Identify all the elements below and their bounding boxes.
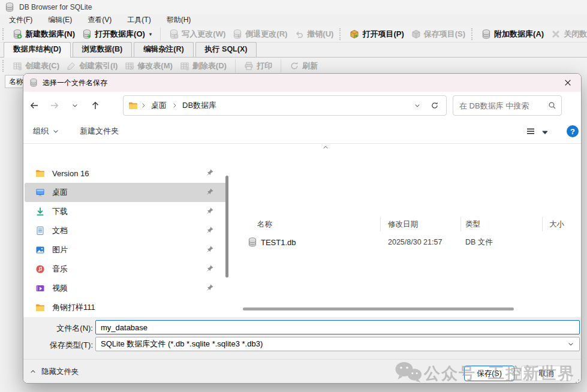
pin-icon[interactable] <box>206 226 214 234</box>
sidebar-item-label: 文档 <box>52 225 68 236</box>
tab-execute-sql[interactable]: 执行 SQL(X) <box>195 42 257 57</box>
revert-changes-button[interactable]: 倒退更改(R) <box>229 29 291 40</box>
chevron-down-icon <box>52 128 59 135</box>
database-file-icon <box>248 237 257 247</box>
chevron-right-icon <box>140 102 147 109</box>
tab-edit-pragmas[interactable]: 编辑杂注(R) <box>134 42 193 57</box>
menu-help[interactable]: 帮助(H) <box>160 14 198 26</box>
sidebar-item-label: 视频 <box>52 283 68 294</box>
dialog-close-button[interactable] <box>555 74 581 92</box>
pin-icon[interactable] <box>206 188 214 196</box>
view-mode-icon[interactable] <box>526 126 535 136</box>
address-bar[interactable]: 桌面 DB数据库 <box>123 95 447 116</box>
pin-icon[interactable] <box>206 168 214 177</box>
column-header-modified[interactable]: 修改日期 <box>388 219 418 230</box>
sidebar-item-label: 角钢打样111 <box>52 302 95 313</box>
sidebar-item-music[interactable]: 音乐 <box>25 260 228 279</box>
tab-browse-data[interactable]: 浏览数据(B) <box>73 42 132 57</box>
modify-table-icon <box>125 61 134 71</box>
menu-edit[interactable]: 编辑(E) <box>41 14 79 26</box>
revert-changes-label: 倒退更改(R) <box>245 29 287 40</box>
address-dropdown-icon[interactable] <box>414 102 421 109</box>
file-list-horizontal-scrollbar[interactable] <box>243 307 514 310</box>
refresh-icon[interactable] <box>431 101 439 110</box>
open-project-button[interactable]: 打开项目(P) <box>346 29 407 40</box>
tab-database-structure[interactable]: 数据库结构(D) <box>4 42 71 58</box>
open-database-button[interactable]: 打开数据库(O) ▾ <box>79 29 155 40</box>
pin-icon[interactable] <box>206 284 214 292</box>
write-changes-button[interactable]: 写入更改(W) <box>165 29 229 40</box>
file-modified: 2025/8/30 21:57 <box>388 238 442 246</box>
menu-file[interactable]: 文件(F) <box>2 14 39 26</box>
attach-database-button[interactable]: 附加数据库(A) <box>478 29 547 40</box>
close-database-button[interactable]: 关闭数据 <box>547 29 587 40</box>
print-label: 打印 <box>257 61 272 71</box>
create-index-button[interactable]: 创建索引(I) <box>63 61 121 71</box>
column-header-type[interactable]: 类型 <box>465 219 480 230</box>
file-row-test1[interactable]: TEST1.db 2025/8/30 21:57 DB 文件 <box>240 234 576 251</box>
dialog-nav <box>26 95 104 116</box>
column-separator[interactable] <box>460 217 461 231</box>
folder-icon <box>128 101 138 110</box>
video-icon <box>35 284 45 293</box>
undo-button[interactable]: 撤销(U) <box>291 29 337 40</box>
modify-table-button[interactable]: 修改表(M) <box>121 61 176 71</box>
organize-label: 组织 <box>33 126 49 137</box>
sidebar-item-downloads[interactable]: 下载 <box>25 202 228 221</box>
sidebar-item-jiaogang[interactable]: 角钢打样111 <box>25 298 228 317</box>
new-folder-button[interactable]: 新建文件夹 <box>80 126 119 137</box>
sidebar-item-documents[interactable]: 文档 <box>25 221 228 240</box>
pin-icon[interactable] <box>206 245 214 254</box>
file-type: DB 文件 <box>465 237 493 248</box>
main-titlebar: DB Browser for SQLite <box>0 0 587 14</box>
forward-button[interactable] <box>46 97 63 114</box>
toolbar-grip <box>2 28 5 40</box>
new-folder-label: 新建文件夹 <box>80 126 119 137</box>
sort-ascending-icon[interactable] <box>322 144 329 151</box>
search-box <box>453 95 562 116</box>
close-icon <box>564 79 572 87</box>
sidebar-item-pictures[interactable]: 图片 <box>25 240 228 260</box>
savetype-select[interactable]: SQLite 数据库文件 (*.db *.sqlite *.sqlite3 *.… <box>95 337 580 351</box>
delete-table-button[interactable]: 删除表(D) <box>176 61 230 71</box>
sidebar-item-label: 图片 <box>52 245 68 255</box>
close-database-label: 关闭数据 <box>564 29 587 40</box>
help-button[interactable]: ? <box>567 125 579 137</box>
up-button[interactable] <box>87 97 104 114</box>
sidebar-item-version16[interactable]: Version 16 <box>25 164 228 183</box>
menu-tools[interactable]: 工具(T) <box>121 14 157 26</box>
sidebar-item-desktop[interactable]: 桌面 <box>25 183 228 202</box>
sidebar-scrollbar[interactable] <box>225 176 228 278</box>
save-project-button[interactable]: 保存项目(S) <box>408 29 469 40</box>
filename-input[interactable] <box>95 320 580 334</box>
back-button[interactable] <box>26 97 43 114</box>
column-separator[interactable] <box>380 217 381 231</box>
breadcrumb-desktop[interactable]: 桌面 <box>149 100 169 111</box>
recent-locations-button[interactable] <box>67 97 83 114</box>
print-button[interactable]: 打印 <box>240 61 276 71</box>
new-database-button[interactable]: 新建数据库(N) <box>9 29 79 40</box>
document-icon <box>35 226 45 236</box>
breadcrumb-db-folder[interactable]: DB数据库 <box>180 100 219 111</box>
filename-label: 文件名(N): <box>23 323 93 334</box>
view-mode-dropdown-icon[interactable] <box>540 128 547 135</box>
resize-grip[interactable] <box>578 379 579 381</box>
hide-folders-button[interactable]: 隐藏文件夹 <box>29 366 79 378</box>
refresh-button[interactable]: 刷新 <box>286 61 321 71</box>
pin-icon[interactable] <box>206 207 214 215</box>
column-header-size[interactable]: 大小 <box>549 219 564 230</box>
column-separator[interactable] <box>542 217 543 231</box>
create-table-button[interactable]: 创建表(C) <box>9 61 63 71</box>
savetype-value: SQLite 数据库文件 (*.db *.sqlite *.sqlite3 *.… <box>101 339 263 349</box>
organize-button[interactable]: 组织 <box>33 126 59 137</box>
toolbar-separator <box>281 59 281 73</box>
search-input[interactable] <box>458 101 548 111</box>
search-icon[interactable] <box>548 101 556 110</box>
create-table-icon <box>13 61 22 71</box>
sidebar-item-videos[interactable]: 视频 <box>25 279 228 298</box>
pin-icon[interactable] <box>206 264 214 273</box>
open-database-dropdown-icon[interactable]: ▾ <box>149 31 152 37</box>
column-header-name[interactable]: 名称 <box>257 219 272 230</box>
dialog-icon <box>29 79 38 87</box>
menu-view[interactable]: 查看(V) <box>81 14 118 26</box>
